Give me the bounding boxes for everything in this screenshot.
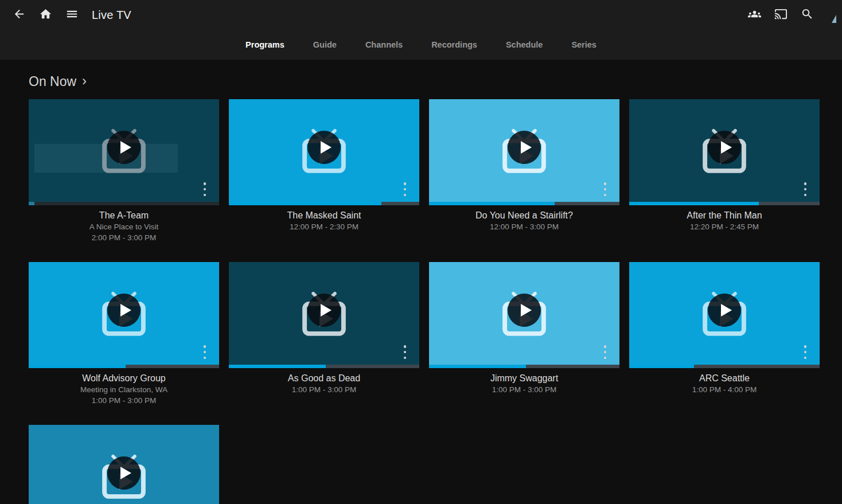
program-card: ARC Seattle 1:00 PM - 4:00 PM xyxy=(629,262,820,425)
tab-recordings[interactable]: Recordings xyxy=(421,34,488,55)
program-card: The A-Team A Nice Place to Visit 2:00 PM… xyxy=(29,99,219,262)
program-card-text: The Masked Saint 12:00 PM - 2:30 PM xyxy=(229,205,419,232)
play-button-overlay[interactable] xyxy=(307,131,341,164)
program-card-text: As Good as Dead 1:00 PM - 3:00 PM xyxy=(229,368,419,395)
program-subtitle: A Nice Place to Visit xyxy=(29,221,219,233)
program-card: After the Thin Man 12:20 PM - 2:45 PM xyxy=(629,99,820,262)
tab-series[interactable]: Series xyxy=(561,34,607,55)
program-title[interactable]: The Masked Saint xyxy=(229,210,419,221)
progress-fill xyxy=(429,202,555,205)
progress-bar xyxy=(429,202,619,205)
program-time: 12:00 PM - 2:30 PM xyxy=(229,221,419,233)
more-options-icon[interactable] xyxy=(400,182,410,196)
play-button-overlay[interactable] xyxy=(708,294,741,327)
search-icon xyxy=(801,7,814,22)
live-tv-programs-page: On Now › The A-Team A Nice Place to xyxy=(0,73,842,504)
tab-channels[interactable]: Channels xyxy=(355,34,413,55)
progress-bar xyxy=(229,365,419,368)
program-title[interactable]: As Good as Dead xyxy=(229,373,419,384)
program-card: Do You Need a Stairlift? 12:00 PM - 3:00… xyxy=(429,99,619,262)
progress-bar xyxy=(629,202,820,205)
more-options-icon[interactable] xyxy=(800,182,810,196)
chevron-right-icon: › xyxy=(82,73,87,89)
progress-bar xyxy=(29,365,219,368)
topbar: Live TV xyxy=(0,0,842,30)
progress-fill xyxy=(29,202,34,205)
progress-bar xyxy=(629,365,820,368)
program-card-text: The A-Team A Nice Place to Visit 2:00 PM… xyxy=(29,205,219,244)
tab-schedule[interactable]: Schedule xyxy=(496,34,553,55)
program-card-image[interactable] xyxy=(229,262,419,368)
play-button-overlay[interactable] xyxy=(508,294,541,327)
progress-bar xyxy=(29,202,219,205)
program-card: As Good as Dead 1:00 PM - 3:00 PM xyxy=(229,262,419,425)
more-options-icon[interactable] xyxy=(200,345,210,359)
program-card: The Masked Saint 12:00 PM - 2:30 PM xyxy=(229,99,419,262)
program-card-image[interactable] xyxy=(29,262,219,368)
play-icon xyxy=(321,141,332,154)
program-card-text: Wolf Advisory Group Meeting in Clarkston… xyxy=(29,368,219,407)
progress-fill xyxy=(429,365,526,368)
play-button-overlay[interactable] xyxy=(107,294,141,327)
play-button-overlay[interactable] xyxy=(107,456,141,490)
more-options-icon[interactable] xyxy=(600,345,610,359)
progress-bar xyxy=(229,202,419,205)
program-card-image[interactable] xyxy=(429,99,619,205)
search-button[interactable] xyxy=(794,2,820,28)
play-icon xyxy=(120,304,131,317)
play-icon xyxy=(521,304,532,317)
progress-fill xyxy=(229,365,326,368)
program-card: Jimmy Swaggart 1:00 PM - 3:00 PM xyxy=(429,262,619,425)
program-time: 2:00 PM - 3:00 PM xyxy=(29,232,219,244)
more-options-icon[interactable] xyxy=(400,345,410,359)
program-card xyxy=(29,425,219,504)
program-card-image[interactable] xyxy=(229,99,419,205)
play-button-overlay[interactable] xyxy=(708,131,741,164)
program-title[interactable]: After the Thin Man xyxy=(629,210,820,221)
program-card-image[interactable] xyxy=(29,99,219,205)
program-card-image[interactable] xyxy=(29,425,219,504)
clipped-edge-icon xyxy=(831,15,836,23)
progress-fill xyxy=(229,202,381,205)
tab-programs[interactable]: Programs xyxy=(235,34,295,55)
play-button-overlay[interactable] xyxy=(307,294,341,327)
syncplay-group-icon xyxy=(748,7,761,22)
more-options-icon[interactable] xyxy=(800,345,810,359)
program-card-text: Jimmy Swaggart 1:00 PM - 3:00 PM xyxy=(429,368,619,395)
app-header: Live TV Programs Guide Channels Recordin… xyxy=(0,0,842,60)
on-now-heading[interactable]: On Now › xyxy=(29,73,87,89)
home-button[interactable] xyxy=(32,2,59,28)
program-time: 12:20 PM - 2:45 PM xyxy=(629,221,820,233)
play-button-overlay[interactable] xyxy=(107,131,141,164)
progress-bar xyxy=(429,365,619,368)
home-icon xyxy=(39,7,52,22)
program-title[interactable]: Wolf Advisory Group xyxy=(29,373,219,384)
program-card-image[interactable] xyxy=(629,262,820,368)
syncplay-button[interactable] xyxy=(741,2,767,28)
more-options-icon[interactable] xyxy=(200,182,210,196)
back-button[interactable] xyxy=(6,2,32,28)
program-title[interactable]: Jimmy Swaggart xyxy=(429,373,619,384)
play-button-overlay[interactable] xyxy=(508,131,541,164)
tab-guide[interactable]: Guide xyxy=(303,34,347,55)
more-options-icon[interactable] xyxy=(600,182,610,196)
play-icon xyxy=(721,141,732,154)
program-card-image[interactable] xyxy=(629,99,820,205)
progress-fill xyxy=(629,365,694,368)
program-title[interactable]: ARC Seattle xyxy=(629,373,820,384)
program-card-image[interactable] xyxy=(429,262,619,368)
cast-button[interactable] xyxy=(767,2,794,28)
back-arrow-icon xyxy=(13,7,26,22)
play-icon xyxy=(120,467,131,479)
play-icon xyxy=(521,141,532,154)
program-time: 12:00 PM - 3:00 PM xyxy=(429,221,619,233)
program-title[interactable]: Do You Need a Stairlift? xyxy=(429,210,619,221)
program-title[interactable]: The A-Team xyxy=(29,210,219,221)
menu-button[interactable] xyxy=(59,2,85,28)
play-icon xyxy=(120,141,131,154)
hover-highlight-band xyxy=(34,144,178,173)
progress-fill xyxy=(29,365,126,368)
hamburger-menu-icon xyxy=(65,7,79,22)
program-card-text: Do You Need a Stairlift? 12:00 PM - 3:00… xyxy=(429,205,619,232)
program-card-text: After the Thin Man 12:20 PM - 2:45 PM xyxy=(629,205,820,232)
